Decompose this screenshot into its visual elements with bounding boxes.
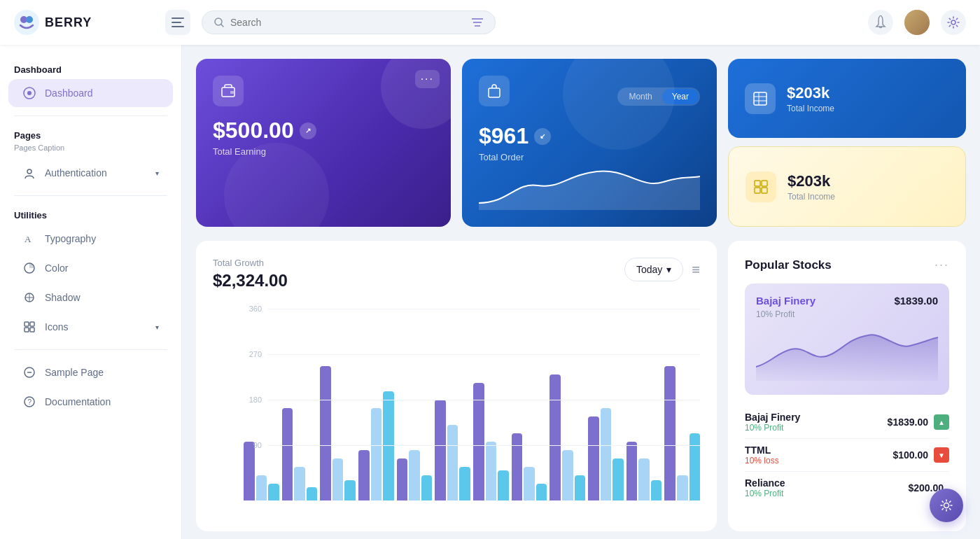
card-income-yellow: $203k Total Income [728,146,966,227]
avatar[interactable] [904,10,930,35]
bar-purple [358,450,370,500]
wave-svg [479,168,700,210]
sidebar-item-sample-page[interactable]: Sample Page [8,358,173,386]
sidebar-item-color[interactable]: Color [8,254,173,282]
bar-purple [435,400,446,500]
sidebar-item-typography-label: Typography [45,233,96,244]
bar-group [473,383,509,500]
list-item: Reliance 10% Profit $200.00 [745,472,949,504]
bar-light-blue [677,475,688,500]
chart-menu-button[interactable]: ≡ [692,262,700,278]
svg-rect-30 [489,88,500,97]
bar-cyan [536,484,547,500]
search-icon [214,17,225,28]
earning-more-button[interactable]: ··· [415,70,440,88]
sidebar-item-authentication[interactable]: Authentication ▾ [8,159,173,187]
filter-icon [471,18,484,27]
svg-point-0 [14,10,39,35]
svg-rect-22 [24,328,29,332]
svg-rect-35 [755,181,760,186]
chart-header: Total Growth $2,324.00 Today ▾ ≡ [213,258,700,290]
svg-rect-20 [24,322,29,326]
bar-cyan [498,470,509,500]
bar-group [626,442,662,500]
sidebar-item-documentation-label: Documentation [45,396,111,407]
stock-list: Bajaj Finery 10% Profit $1839.00 ▲ TTML … [745,406,949,504]
main-content: ··· $500.00 ↗ Total Earning [182,45,980,539]
bar-light-blue [601,408,612,500]
today-label: Today [636,264,662,275]
sidebar-divider-1 [14,115,167,116]
income-blue-icon [745,83,776,114]
bar-light-blue [638,458,650,500]
sidebar-item-shadow-label: Shadow [45,292,80,303]
svg-point-14 [27,169,31,174]
svg-rect-38 [762,188,767,193]
search-filter-button[interactable] [471,18,484,27]
table-icon [752,91,768,106]
svg-rect-3 [172,18,184,19]
sidebar-item-documentation[interactable]: ? Documentation [8,388,173,416]
chart-amount: $2,324.00 [213,271,288,290]
featured-stock-name: Bajaj Finery [756,295,816,307]
bar-chart-area: 360 270 180 90 [213,304,700,514]
sidebar-item-sample-page-label: Sample Page [45,367,104,378]
order-top: Month Year [479,76,700,118]
sidebar-item-auth-label: Authentication [45,167,107,178]
order-label: Total Order [479,152,700,162]
bar-group [320,366,356,500]
bar-cyan [421,475,433,500]
income-blue-amount: $203k [787,84,834,102]
sample-page-icon [22,365,36,379]
bottom-row: Total Growth $2,324.00 Today ▾ ≡ [196,241,966,531]
authentication-icon [22,166,36,180]
sidebar-item-shadow[interactable]: Shadow [8,284,173,312]
year-toggle-button[interactable]: Year [662,89,699,104]
fab-button[interactable] [930,489,963,522]
sidebar-item-typography[interactable]: A Typography [8,225,173,253]
bar-group [550,374,585,500]
sidebar-item-icons[interactable]: Icons ▾ [8,313,173,341]
earning-amount: $500.00 ↗ [213,118,434,144]
svg-rect-29 [230,91,234,94]
trend-down-icon: ▼ [934,447,949,463]
stocks-more-button[interactable]: ··· [934,258,949,272]
shadow-icon [22,290,36,304]
grid-icon [753,179,769,195]
chart-title-area: Total Growth $2,324.00 [213,258,288,290]
bar-light-blue [294,467,305,500]
fab-settings-icon [939,498,953,512]
income-yellow-label: Total Income [788,192,835,202]
auth-chevron-icon: ▾ [155,169,159,177]
bar-cyan [307,487,318,500]
hamburger-button[interactable] [165,10,190,35]
income-yellow-icon [746,172,776,202]
sidebar-item-dashboard-label: Dashboard [45,88,93,99]
sidebar-section-pages: Pages [0,125,181,144]
settings-button[interactable] [941,10,966,35]
sidebar-divider-3 [14,349,167,350]
bar-cyan [690,433,701,500]
svg-rect-37 [755,188,760,193]
earning-label: Total Earning [213,146,434,157]
svg-rect-21 [30,322,34,326]
income-yellow-text: $203k Total Income [788,172,835,202]
typography-icon: A [22,232,36,246]
sidebar-item-dashboard[interactable]: Dashboard [8,79,173,107]
earning-card-icon [213,76,244,106]
bar-light-blue [332,458,344,500]
notification-button[interactable] [868,10,893,35]
bar-light-blue [256,475,267,500]
logo-icon [14,10,39,35]
bar-cyan [612,458,624,500]
order-amount-area: $961 ↙ Total Order [479,123,700,162]
bar-purple [244,442,255,500]
bar-purple [664,366,676,500]
search-input[interactable] [230,17,465,28]
order-amount: $961 ↙ [479,123,700,149]
month-toggle-button[interactable]: Month [619,89,662,104]
today-filter-button[interactable]: Today ▾ [624,258,683,281]
svg-rect-31 [754,92,766,105]
bar-light-blue [409,450,420,500]
menu-icon [172,18,184,27]
